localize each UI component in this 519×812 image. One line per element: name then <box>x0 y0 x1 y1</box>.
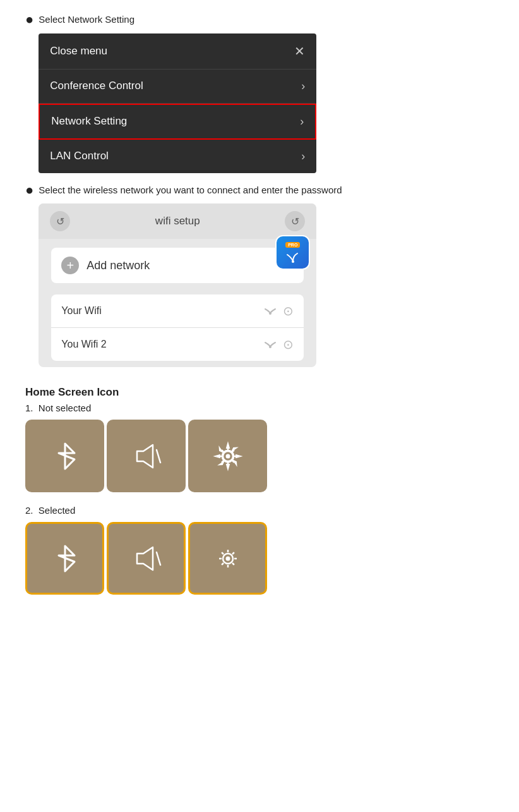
bullet-section-2: ● Select the wireless network you want t… <box>25 183 494 368</box>
settings-tile-unselected[interactable] <box>188 420 267 492</box>
gear-icon-unselected <box>209 437 247 475</box>
wifi-network-item-2[interactable]: You Wifi 2 ⊙ <box>51 328 304 361</box>
wifi-panel: PRO ↺ wifi setup ↺ + Add network <box>39 203 316 367</box>
wifi-title: wifi setup <box>70 215 285 227</box>
svg-line-25 <box>232 552 234 554</box>
svg-point-1 <box>269 312 271 315</box>
svg-line-23 <box>222 552 224 554</box>
chevron-right-icon-lan: › <box>301 150 305 163</box>
svg-line-26 <box>222 563 224 565</box>
svg-point-7 <box>225 454 230 458</box>
bullet-text-1: Select Network Setting <box>39 13 494 27</box>
add-network-label: Add network <box>86 259 150 272</box>
wifi-network-name-1: Your Wifi <box>61 305 101 317</box>
svg-point-2 <box>269 346 271 348</box>
mute-icon-unselected <box>128 437 165 475</box>
mute-tile-unselected[interactable] <box>107 420 186 492</box>
settings-tile-selected[interactable] <box>188 522 267 595</box>
bullet-dot-2: ● <box>25 182 33 198</box>
icon-row-selected <box>25 522 494 595</box>
wifi-signal-icon-2 <box>263 337 278 352</box>
menu-item-lan[interactable]: LAN Control › <box>39 140 316 173</box>
menu-panel: Close menu ✕ Conference Control › Networ… <box>39 33 316 173</box>
menu-network-label: Network Setting <box>51 115 127 128</box>
bullet-text-2: Select the wireless network you want to … <box>39 183 494 198</box>
wifi-signal-icon-1 <box>263 304 278 318</box>
add-network-plus-icon: + <box>61 257 79 274</box>
menu-item-conference[interactable]: Conference Control › <box>39 70 316 104</box>
wifi-network-icons-2: ⊙ <box>263 337 294 352</box>
bluetooth-tile-unselected[interactable] <box>25 420 104 492</box>
chevron-right-icon-network: › <box>300 115 304 128</box>
wifi-network-list: Your Wifi ⊙ You Wifi 2 <box>51 294 304 361</box>
numbered-item-2: 2. Selected <box>25 505 494 516</box>
wifi-network-icons-1: ⊙ <box>263 303 294 318</box>
svg-line-3 <box>157 450 160 463</box>
chevron-right-icon-wifi2: ⊙ <box>283 337 294 352</box>
mute-icon-selected <box>128 540 165 578</box>
menu-close-label: Close menu <box>50 45 107 58</box>
wifi-back-button[interactable]: ↺ <box>50 211 70 231</box>
bluetooth-icon-unselected <box>46 437 84 475</box>
bullet-section-1: ● Select Network Setting Close menu ✕ Co… <box>25 13 494 173</box>
wifi-network-name-2: You Wifi 2 <box>61 339 106 350</box>
ezcast-badge: PRO <box>275 235 310 270</box>
home-screen-section: Home Screen Icon 1. Not selected <box>25 386 494 595</box>
mute-tile-selected[interactable] <box>107 522 186 595</box>
chevron-right-icon-wifi1: ⊙ <box>283 303 294 318</box>
home-screen-title: Home Screen Icon <box>25 386 494 399</box>
close-icon: ✕ <box>294 44 305 59</box>
bullet-content-1: Select Network Setting Close menu ✕ Conf… <box>39 13 494 173</box>
ezcast-wifi-icon <box>283 250 302 264</box>
icon-row-not-selected <box>25 420 494 492</box>
ezcast-pro-label: PRO <box>285 242 300 248</box>
menu-item-network[interactable]: Network Setting › <box>39 104 316 140</box>
svg-line-24 <box>232 563 234 565</box>
gear-icon-selected <box>209 540 247 578</box>
wifi-network-item-1[interactable]: Your Wifi ⊙ <box>51 294 304 328</box>
svg-line-16 <box>157 552 160 565</box>
add-network-box[interactable]: + Add network <box>51 248 304 283</box>
bullet-content-2: Select the wireless network you want to … <box>39 183 494 368</box>
bluetooth-icon-selected <box>46 540 84 578</box>
menu-lan-label: LAN Control <box>50 150 109 162</box>
bluetooth-tile-selected[interactable] <box>25 522 104 595</box>
wifi-settings-button[interactable]: ↺ <box>285 211 305 231</box>
svg-point-18 <box>225 556 230 561</box>
wifi-header: ↺ wifi setup ↺ <box>39 203 316 239</box>
menu-item-close[interactable]: Close menu ✕ <box>39 33 316 70</box>
svg-point-0 <box>292 260 294 263</box>
chevron-right-icon-conference: › <box>301 80 305 93</box>
bullet-dot-1: ● <box>25 11 33 28</box>
numbered-item-1: 1. Not selected <box>25 403 494 413</box>
menu-conference-label: Conference Control <box>50 80 143 92</box>
